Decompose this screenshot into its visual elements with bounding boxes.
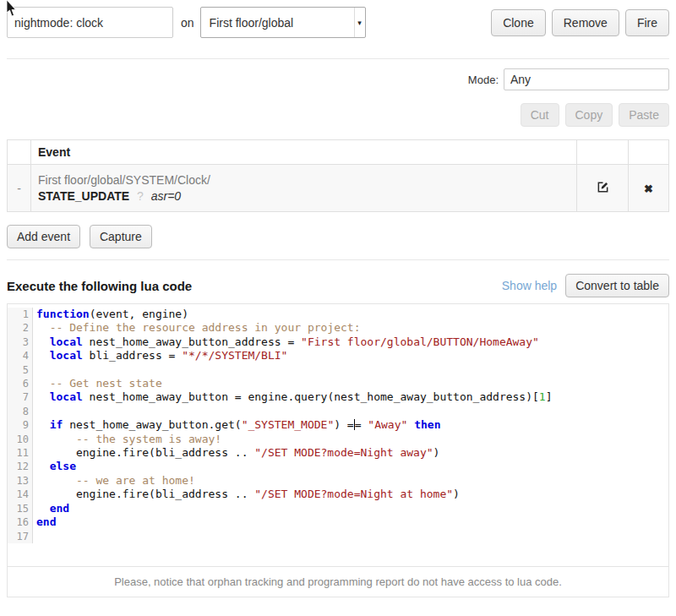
event-table: Event - First floor/global/SYSTEM/Clock/… (7, 139, 669, 212)
event-column-header: Event (31, 140, 577, 165)
code-line: if nest_home_away_button.get("_SYSTEM_MO… (36, 418, 668, 432)
event-table-header-row: Event (8, 140, 669, 165)
lua-footer-note: Please, notice that orphan tracking and … (8, 566, 668, 597)
lua-code-editor[interactable]: 1234567891011121314151617 function(event… (8, 304, 668, 543)
mode-row: Mode: (7, 68, 669, 90)
code-line: engine.fire(bli_address .. "/SET MODE?mo… (36, 446, 668, 460)
show-help-link[interactable]: Show help (502, 279, 557, 292)
mode-input[interactable] (504, 68, 669, 90)
event-table-row: - First floor/global/SYSTEM/Clock/ STATE… (8, 165, 669, 212)
event-params: asr=0 (151, 189, 181, 203)
code-line: local nest_home_away_button_address = "F… (36, 335, 668, 349)
remove-button[interactable]: Remove (552, 9, 619, 36)
edit-event-icon[interactable] (597, 181, 609, 196)
code-line (36, 405, 668, 418)
room-select-value: First floor/global (201, 16, 354, 30)
section-divider-2 (7, 259, 669, 260)
paste-button[interactable]: Paste (619, 103, 669, 127)
code-line: -- we are at home! (36, 474, 668, 488)
lua-section-header: Execute the following lua code Show help… (7, 274, 669, 297)
scene-name-input[interactable] (7, 7, 173, 38)
lua-section-title: Execute the following lua code (7, 279, 192, 293)
code-lines[interactable]: function(event, engine) -- Define the re… (33, 308, 668, 543)
room-select[interactable]: First floor/global ▾ (200, 7, 366, 38)
editor-bottom-padding (8, 543, 668, 566)
code-line (36, 363, 668, 377)
code-line: else (36, 460, 668, 473)
code-line: end (36, 515, 668, 529)
close-column-header (629, 140, 669, 165)
remove-event-icon[interactable]: ✖ (644, 183, 653, 195)
chevron-down-icon: ▾ (354, 8, 365, 37)
code-line: engine.fire(bli_address .. "/SET MODE?mo… (36, 488, 668, 501)
event-close-cell: ✖ (629, 165, 669, 212)
code-line: local bli_address = "*/*/SYSTEM/BLI" (36, 349, 668, 363)
event-resource-path: First floor/global/SYSTEM/Clock/ (38, 173, 210, 187)
event-actions: Add event Capture (7, 225, 669, 248)
dash-column-header (8, 140, 31, 165)
code-line: -- the system is away! (36, 433, 668, 446)
clipboard-toolbar: Cut Copy Paste (7, 103, 669, 127)
clone-button[interactable]: Clone (491, 9, 546, 36)
event-edit-cell (577, 165, 629, 212)
code-line: end (36, 502, 668, 515)
event-hint: ? (137, 189, 144, 203)
fire-button[interactable]: Fire (625, 9, 669, 36)
edit-column-header (577, 140, 629, 165)
on-label: on (181, 16, 194, 30)
capture-button[interactable]: Capture (90, 225, 152, 248)
code-line: local nest_home_away_button = engine.que… (36, 390, 668, 404)
code-line (36, 530, 668, 543)
convert-to-table-button[interactable]: Convert to table (565, 274, 669, 297)
code-line: -- Get nest state (36, 377, 668, 390)
cut-button[interactable]: Cut (521, 103, 559, 127)
event-row-dash: - (8, 165, 31, 212)
lua-editor-panel: 1234567891011121314151617 function(event… (7, 303, 669, 597)
scene-editor-page: on First floor/global ▾ Clone Remove Fir… (0, 0, 676, 604)
add-event-button[interactable]: Add event (7, 225, 80, 248)
event-cell: First floor/global/SYSTEM/Clock/ STATE_U… (31, 165, 577, 212)
event-name: STATE_UPDATE (38, 189, 129, 203)
section-divider (7, 58, 669, 59)
header-toolbar: on First floor/global ▾ Clone Remove Fir… (7, 7, 669, 38)
code-line: function(event, engine) (36, 308, 668, 321)
line-number-gutter: 1234567891011121314151617 (8, 308, 33, 543)
copy-button[interactable]: Copy (565, 103, 613, 127)
code-line: -- Define the resource address in your p… (36, 321, 668, 335)
mode-label: Mode: (468, 74, 499, 86)
